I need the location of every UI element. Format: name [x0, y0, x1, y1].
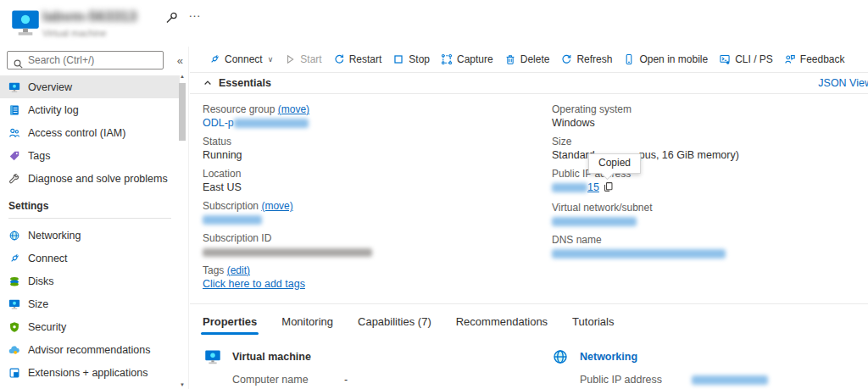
stop-button[interactable]: Stop: [392, 53, 430, 65]
move-link[interactable]: (move): [261, 200, 292, 212]
cli-icon: [719, 53, 731, 65]
status-row: Status Running: [203, 136, 552, 163]
open-in-mobile-button[interactable]: Open in mobile: [623, 53, 708, 65]
virtual-machine-icon: [10, 7, 41, 40]
disks-icon: [8, 275, 20, 287]
chevron-down-icon: ∨: [268, 55, 274, 64]
vm-section-title: Virtual machine: [232, 351, 311, 363]
tab-tutorials[interactable]: Tutorials: [572, 315, 614, 335]
pin-icon[interactable]: [164, 11, 179, 28]
page-subtitle: Virtual machine: [42, 28, 107, 38]
advisor-cloud-icon: [8, 344, 20, 356]
scroll-up-icon[interactable]: ▲: [178, 74, 186, 79]
redacted-text: [203, 215, 262, 225]
essentials-left-column: Resource group (move) ODL-p Status Runni…: [203, 103, 552, 297]
tab-recommendations[interactable]: Recommendations: [456, 315, 548, 335]
page-title: labvm-563313: [42, 8, 137, 25]
redacted-text: [692, 375, 768, 385]
plug-icon: [8, 253, 20, 264]
subscription-row: Subscription (move): [203, 200, 552, 227]
scroll-down-icon[interactable]: ▼: [178, 382, 186, 387]
settings-divider: [8, 218, 171, 219]
copy-icon[interactable]: [603, 181, 614, 197]
capture-button[interactable]: Capture: [441, 53, 493, 65]
monitor-icon: [204, 348, 221, 365]
search-input[interactable]: [7, 51, 164, 69]
tag-icon: [8, 150, 20, 162]
essentials-grid: Resource group (move) ODL-p Status Runni…: [190, 94, 868, 304]
plug-icon: [209, 53, 220, 65]
location-value: East US: [203, 181, 552, 195]
monitor-icon: [8, 298, 20, 310]
capture-icon: [441, 53, 453, 65]
sidebar-item-overview[interactable]: Overview: [0, 75, 180, 98]
command-toolbar: Connect ∨ Start Restart Stop: [190, 47, 868, 73]
properties-panel: Virtual machine Computer name - Health s…: [190, 335, 868, 389]
vnet-link[interactable]: [552, 215, 637, 227]
refresh-icon: [560, 53, 572, 65]
copied-tooltip: Copied: [588, 153, 641, 174]
sidebar-item-activity-log[interactable]: Activity log: [0, 98, 180, 121]
sidebar-item-tags[interactable]: Tags: [0, 144, 180, 167]
trash-icon: [504, 53, 516, 65]
globe-icon: [552, 348, 569, 365]
dns-link[interactable]: [552, 247, 726, 259]
sidebar-item-networking[interactable]: Networking: [0, 224, 180, 247]
monitor-icon: [8, 81, 20, 93]
tab-properties[interactable]: Properties: [203, 315, 257, 335]
os-value: Windows: [552, 116, 868, 131]
tags-row: Tags (edit) Click here to add tags: [203, 264, 552, 292]
essentials-right-column: Operating system Windows Size Standardpu…: [552, 103, 868, 297]
sidebar-scrollbar[interactable]: ▲ ▼: [178, 74, 186, 387]
subscription-id-row: Subscription ID: [203, 232, 552, 259]
computer-name-row: Computer name -: [232, 374, 552, 386]
shield-icon: [8, 321, 20, 333]
delete-button[interactable]: Delete: [504, 53, 550, 65]
redacted-text: [552, 183, 587, 192]
networking-section-title: Networking: [580, 351, 637, 363]
operating-system-row: Operating system Windows: [552, 103, 868, 131]
sidebar-item-extensions[interactable]: Extensions + applications: [0, 361, 180, 384]
feedback-icon: [784, 53, 796, 65]
sidebar-item-continuous-delivery[interactable]: Continuous delivery: [0, 384, 180, 389]
tab-monitoring[interactable]: Monitoring: [281, 315, 333, 335]
settings-group-header: Settings: [0, 190, 180, 218]
tabs-bar: Properties Monitoring Capabilities (7) R…: [190, 304, 868, 335]
refresh-button[interactable]: Refresh: [560, 53, 612, 65]
json-view-link[interactable]: JSON View: [818, 77, 868, 89]
sidebar-item-access-control-iam[interactable]: Access control (IAM): [0, 121, 180, 144]
scrollbar-thumb[interactable]: [179, 83, 186, 141]
subscription-link[interactable]: [203, 214, 262, 225]
feedback-button[interactable]: Feedback: [784, 53, 845, 65]
resource-group-link[interactable]: ODL-p: [203, 117, 309, 129]
cli-ps-button[interactable]: CLI / PS: [719, 53, 773, 65]
sidebar-item-disks[interactable]: Disks: [0, 270, 180, 292]
people-icon: [8, 127, 20, 139]
sidebar-item-security[interactable]: Security: [0, 315, 180, 338]
redacted-text: [203, 248, 372, 257]
move-link[interactable]: (move): [278, 103, 309, 115]
dns-name-row: DNS name: [552, 234, 868, 261]
edit-link[interactable]: (edit): [227, 264, 250, 276]
essentials-header[interactable]: Essentials JSON View: [190, 73, 868, 94]
sidebar-item-diagnose[interactable]: Diagnose and solve problems: [0, 167, 180, 190]
public-ip-link[interactable]: 15: [552, 181, 599, 193]
main-content: Connect ∨ Start Restart Stop: [190, 47, 868, 389]
tab-capabilities[interactable]: Capabilities (7): [358, 315, 431, 335]
restart-button[interactable]: Restart: [333, 53, 382, 65]
sidebar-item-size[interactable]: Size: [0, 292, 180, 315]
resource-group-row: Resource group (move) ODL-p: [203, 103, 552, 131]
collapse-sidebar-icon[interactable]: «: [177, 54, 183, 67]
public-ip-property-row: Public IP address: [580, 374, 868, 386]
add-tags-link[interactable]: Click here to add tags: [203, 278, 305, 290]
vnet-subnet-row: Virtual network/subnet: [552, 202, 868, 229]
location-row: Location East US: [203, 168, 552, 195]
more-options-icon[interactable]: …: [188, 5, 202, 19]
sidebar-item-advisor[interactable]: Advisor recommendations: [0, 338, 180, 361]
sidebar-item-connect[interactable]: Connect: [0, 247, 180, 270]
status-value: Running: [203, 148, 552, 163]
sidebar-nav: Overview Activity log Access control (IA…: [0, 75, 180, 389]
connect-button[interactable]: Connect ∨: [209, 53, 273, 65]
start-button: Start: [284, 53, 321, 65]
redacted-text: [234, 119, 309, 128]
